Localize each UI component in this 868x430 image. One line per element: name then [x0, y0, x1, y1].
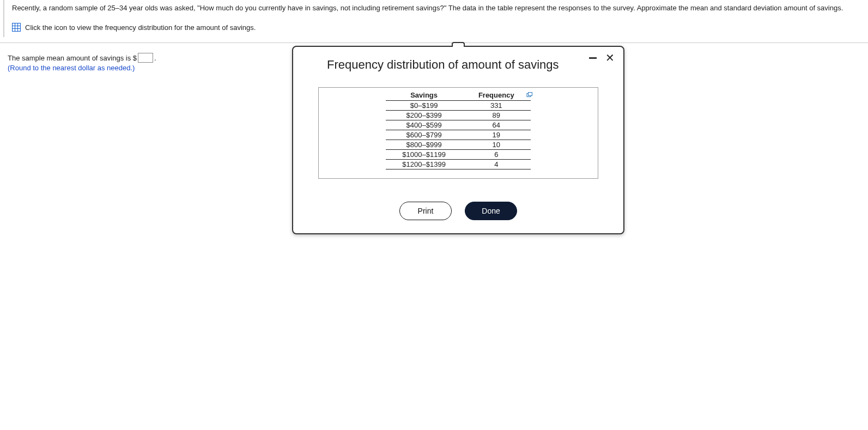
table-icon[interactable] — [12, 23, 21, 32]
close-icon[interactable]: ✕ — [605, 52, 615, 63]
minimize-icon[interactable] — [589, 57, 597, 59]
dialog-handle[interactable] — [452, 42, 465, 47]
answer-prefix: The sample mean amount of savings is $ — [8, 54, 137, 62]
question-text: Recently, a random sample of 25–34 year … — [12, 3, 860, 13]
dialog-title: Frequency distribution of amount of savi… — [327, 58, 611, 72]
icon-instruction-text: Click the icon to view the frequency dis… — [25, 23, 256, 32]
frequency-dialog: ✕ Frequency distribution of amount of sa… — [292, 46, 624, 82]
svg-rect-0 — [13, 23, 21, 32]
mean-input[interactable] — [138, 53, 153, 63]
answer-suffix: . — [154, 54, 156, 62]
